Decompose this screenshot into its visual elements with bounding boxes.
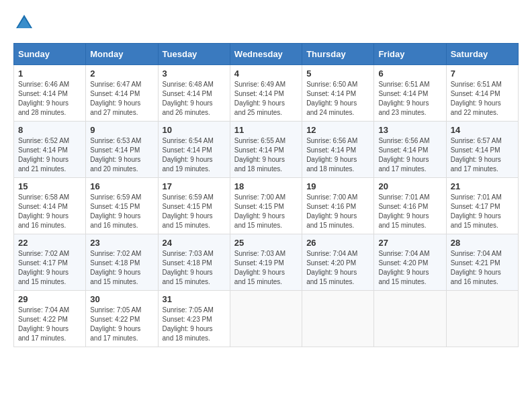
day-info: Sunrise: 6:59 AM Sunset: 4:15 PM Dayligh… <box>90 193 153 230</box>
calendar-cell: 1 Sunrise: 6:46 AM Sunset: 4:14 PM Dayli… <box>14 65 86 122</box>
calendar-cell: 24 Sunrise: 7:03 AM Sunset: 4:18 PM Dayl… <box>158 234 230 291</box>
day-info: Sunrise: 7:04 AM Sunset: 4:21 PM Dayligh… <box>451 249 514 287</box>
day-number: 10 <box>163 125 226 135</box>
day-number: 14 <box>451 125 514 135</box>
calendar-cell: 25 Sunrise: 7:03 AM Sunset: 4:19 PM Dayl… <box>230 234 302 291</box>
day-number: 31 <box>163 294 226 304</box>
day-number: 17 <box>163 181 226 191</box>
calendar-cell: 22 Sunrise: 7:02 AM Sunset: 4:17 PM Dayl… <box>14 234 86 291</box>
calendar-cell <box>230 291 302 347</box>
day-number: 23 <box>90 238 153 248</box>
day-info: Sunrise: 6:47 AM Sunset: 4:14 PM Dayligh… <box>90 80 153 118</box>
calendar-cell <box>374 291 446 347</box>
calendar-day-header: Sunday <box>14 44 86 65</box>
day-number: 3 <box>163 68 226 79</box>
calendar-day-header: Thursday <box>302 44 374 65</box>
calendar-cell: 16 Sunrise: 6:59 AM Sunset: 4:15 PM Dayl… <box>86 178 158 234</box>
calendar-cell: 26 Sunrise: 7:04 AM Sunset: 4:20 PM Dayl… <box>302 234 374 291</box>
day-number: 12 <box>306 125 369 135</box>
day-info: Sunrise: 7:02 AM Sunset: 4:18 PM Dayligh… <box>90 249 153 287</box>
day-number: 2 <box>90 68 153 79</box>
calendar-day-header: Saturday <box>446 44 518 65</box>
calendar-cell: 4 Sunrise: 6:49 AM Sunset: 4:14 PM Dayli… <box>230 65 302 122</box>
day-number: 5 <box>306 68 369 79</box>
day-info: Sunrise: 7:03 AM Sunset: 4:19 PM Dayligh… <box>234 249 298 287</box>
day-number: 16 <box>90 181 153 191</box>
calendar-cell: 5 Sunrise: 6:50 AM Sunset: 4:14 PM Dayli… <box>302 65 374 122</box>
calendar-cell: 6 Sunrise: 6:51 AM Sunset: 4:14 PM Dayli… <box>374 65 446 122</box>
day-number: 24 <box>163 238 226 248</box>
calendar-cell <box>446 291 518 347</box>
calendar-cell: 7 Sunrise: 6:51 AM Sunset: 4:14 PM Dayli… <box>446 65 518 122</box>
day-info: Sunrise: 7:05 AM Sunset: 4:23 PM Dayligh… <box>163 306 226 343</box>
day-info: Sunrise: 7:04 AM Sunset: 4:20 PM Dayligh… <box>378 249 441 287</box>
day-number: 27 <box>378 238 441 248</box>
calendar-cell: 20 Sunrise: 7:01 AM Sunset: 4:16 PM Dayl… <box>374 178 446 234</box>
day-number: 11 <box>234 125 298 135</box>
logo <box>13 13 34 32</box>
calendar-cell: 31 Sunrise: 7:05 AM Sunset: 4:23 PM Dayl… <box>158 291 230 347</box>
day-info: Sunrise: 7:03 AM Sunset: 4:18 PM Dayligh… <box>163 249 226 287</box>
calendar-cell: 12 Sunrise: 6:56 AM Sunset: 4:14 PM Dayl… <box>302 122 374 178</box>
day-info: Sunrise: 6:49 AM Sunset: 4:14 PM Dayligh… <box>234 80 298 118</box>
calendar-cell: 30 Sunrise: 7:05 AM Sunset: 4:22 PM Dayl… <box>86 291 158 347</box>
day-info: Sunrise: 6:51 AM Sunset: 4:14 PM Dayligh… <box>378 80 441 118</box>
calendar-week-row: 8 Sunrise: 6:52 AM Sunset: 4:14 PM Dayli… <box>14 122 519 178</box>
day-number: 4 <box>234 68 298 79</box>
calendar-cell: 14 Sunrise: 6:57 AM Sunset: 4:14 PM Dayl… <box>446 122 518 178</box>
day-info: Sunrise: 6:59 AM Sunset: 4:15 PM Dayligh… <box>163 193 226 230</box>
calendar-header-row: SundayMondayTuesdayWednesdayThursdayFrid… <box>14 44 519 65</box>
page-header <box>13 13 519 32</box>
day-number: 29 <box>18 294 81 304</box>
day-info: Sunrise: 6:56 AM Sunset: 4:14 PM Dayligh… <box>306 136 369 174</box>
day-info: Sunrise: 7:00 AM Sunset: 4:16 PM Dayligh… <box>306 193 369 230</box>
day-number: 6 <box>378 68 441 79</box>
day-info: Sunrise: 7:05 AM Sunset: 4:22 PM Dayligh… <box>90 306 153 343</box>
day-number: 15 <box>18 181 81 191</box>
calendar-week-row: 1 Sunrise: 6:46 AM Sunset: 4:14 PM Dayli… <box>14 65 519 122</box>
day-number: 19 <box>306 181 369 191</box>
day-number: 8 <box>18 125 81 135</box>
calendar-cell <box>302 291 374 347</box>
day-info: Sunrise: 6:58 AM Sunset: 4:14 PM Dayligh… <box>18 193 81 230</box>
day-info: Sunrise: 6:50 AM Sunset: 4:14 PM Dayligh… <box>306 80 369 118</box>
calendar-week-row: 29 Sunrise: 7:04 AM Sunset: 4:22 PM Dayl… <box>14 291 519 347</box>
calendar-cell: 9 Sunrise: 6:53 AM Sunset: 4:14 PM Dayli… <box>86 122 158 178</box>
day-info: Sunrise: 6:54 AM Sunset: 4:14 PM Dayligh… <box>163 136 226 174</box>
day-info: Sunrise: 7:00 AM Sunset: 4:15 PM Dayligh… <box>234 193 298 230</box>
day-info: Sunrise: 6:52 AM Sunset: 4:14 PM Dayligh… <box>18 136 81 174</box>
day-number: 21 <box>451 181 514 191</box>
day-number: 26 <box>306 238 369 248</box>
calendar-cell: 28 Sunrise: 7:04 AM Sunset: 4:21 PM Dayl… <box>446 234 518 291</box>
day-info: Sunrise: 6:57 AM Sunset: 4:14 PM Dayligh… <box>451 136 514 174</box>
logo-icon <box>15 13 34 32</box>
calendar-day-header: Tuesday <box>158 44 230 65</box>
day-number: 30 <box>90 294 153 304</box>
day-info: Sunrise: 7:04 AM Sunset: 4:20 PM Dayligh… <box>306 249 369 287</box>
day-info: Sunrise: 6:48 AM Sunset: 4:14 PM Dayligh… <box>163 80 226 118</box>
calendar-cell: 8 Sunrise: 6:52 AM Sunset: 4:14 PM Dayli… <box>14 122 86 178</box>
calendar-day-header: Monday <box>86 44 158 65</box>
calendar-day-header: Friday <box>374 44 446 65</box>
day-number: 7 <box>451 68 514 79</box>
day-info: Sunrise: 6:56 AM Sunset: 4:14 PM Dayligh… <box>378 136 441 174</box>
day-info: Sunrise: 7:01 AM Sunset: 4:16 PM Dayligh… <box>378 193 441 230</box>
day-number: 13 <box>378 125 441 135</box>
day-number: 1 <box>18 68 81 79</box>
day-number: 9 <box>90 125 153 135</box>
calendar-cell: 29 Sunrise: 7:04 AM Sunset: 4:22 PM Dayl… <box>14 291 86 347</box>
day-info: Sunrise: 6:51 AM Sunset: 4:14 PM Dayligh… <box>451 80 514 118</box>
day-info: Sunrise: 6:55 AM Sunset: 4:14 PM Dayligh… <box>234 136 298 174</box>
day-info: Sunrise: 7:04 AM Sunset: 4:22 PM Dayligh… <box>18 306 81 343</box>
day-number: 25 <box>234 238 298 248</box>
calendar-cell: 3 Sunrise: 6:48 AM Sunset: 4:14 PM Dayli… <box>158 65 230 122</box>
calendar-cell: 23 Sunrise: 7:02 AM Sunset: 4:18 PM Dayl… <box>86 234 158 291</box>
day-number: 28 <box>451 238 514 248</box>
calendar-week-row: 22 Sunrise: 7:02 AM Sunset: 4:17 PM Dayl… <box>14 234 519 291</box>
calendar-cell: 2 Sunrise: 6:47 AM Sunset: 4:14 PM Dayli… <box>86 65 158 122</box>
day-info: Sunrise: 6:53 AM Sunset: 4:14 PM Dayligh… <box>90 136 153 174</box>
calendar-table: SundayMondayTuesdayWednesdayThursdayFrid… <box>13 43 519 347</box>
day-info: Sunrise: 7:01 AM Sunset: 4:17 PM Dayligh… <box>451 193 514 230</box>
calendar-cell: 21 Sunrise: 7:01 AM Sunset: 4:17 PM Dayl… <box>446 178 518 234</box>
calendar-cell: 18 Sunrise: 7:00 AM Sunset: 4:15 PM Dayl… <box>230 178 302 234</box>
